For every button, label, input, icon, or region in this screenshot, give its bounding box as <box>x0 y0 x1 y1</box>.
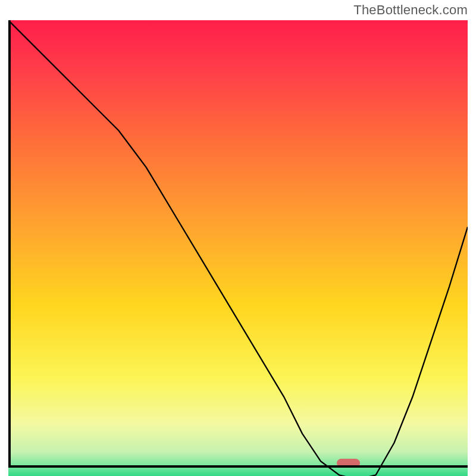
y-axis <box>8 20 11 468</box>
x-axis <box>8 465 468 468</box>
plot-area <box>8 20 468 468</box>
bottleneck-curve <box>8 20 468 476</box>
chart-container: TheBottleneck.com <box>0 0 476 476</box>
watermark-text: TheBottleneck.com <box>353 2 468 18</box>
curve-layer <box>8 20 468 476</box>
